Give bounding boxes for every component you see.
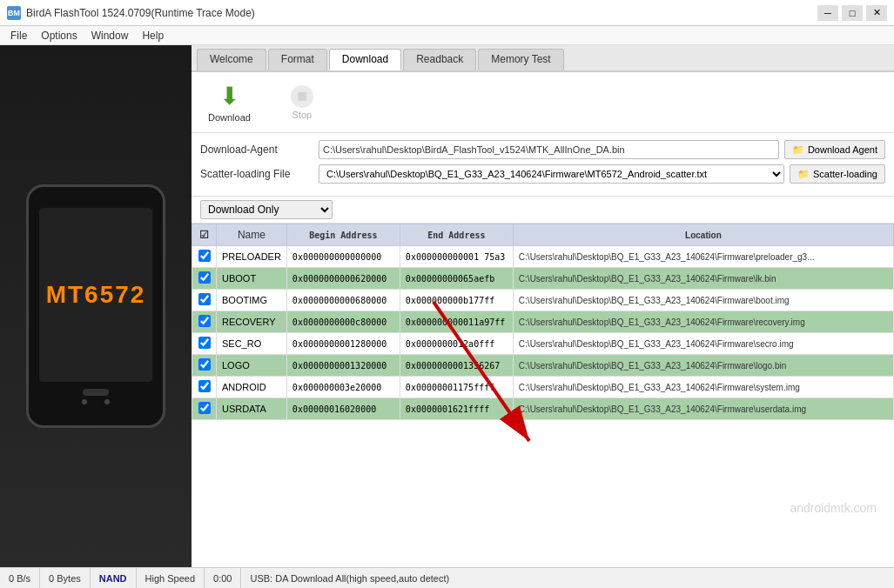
status-connection: USB: DA Download All(high speed,auto det… bbox=[241, 568, 894, 588]
row-begin-3: 0x0000000000c80000 bbox=[286, 311, 400, 333]
scatter-select[interactable]: C:\Users\rahul\Desktop\BQ_E1_G33_A23_140… bbox=[319, 164, 784, 184]
mode-dropdown-row: Download Only Firmware Upgrade Format Al… bbox=[192, 197, 894, 224]
download-agent-row: Download-Agent 📁 Download Agent bbox=[200, 140, 885, 159]
title-bar-left: BM BirdA FlashTool 1524.0709(Runtime Tra… bbox=[7, 6, 255, 20]
scatter-btn-label: Scatter-loading bbox=[813, 169, 877, 179]
row-begin-1: 0x0000000000620000 bbox=[286, 268, 400, 290]
row-check-0[interactable] bbox=[192, 246, 217, 268]
close-button[interactable]: ✕ bbox=[866, 5, 887, 21]
scatter-folder-icon: 📁 bbox=[797, 169, 810, 180]
menu-help[interactable]: Help bbox=[135, 28, 171, 43]
status-speed: 0 B/s bbox=[0, 568, 40, 588]
tab-format[interactable]: Format bbox=[268, 49, 327, 70]
row-end-1: 0x00000000065aefb bbox=[400, 268, 513, 290]
row-name-6: ANDROID bbox=[217, 377, 287, 398]
row-name-1: UBOOT bbox=[217, 268, 287, 290]
table-row: RECOVERY 0x0000000000c80000 0x0000000000… bbox=[192, 311, 894, 333]
menu-file[interactable]: File bbox=[3, 28, 34, 43]
stop-inner-icon bbox=[298, 92, 306, 101]
phone-bottom-buttons bbox=[82, 399, 110, 404]
phone-screen: MT6572 bbox=[39, 208, 152, 382]
table-row: LOGO 0x0000000001320000 0x00000000013562… bbox=[192, 355, 894, 377]
checkbox-2[interactable] bbox=[198, 293, 211, 305]
table-header-row: ☑ Name Begin Address End Address Locatio… bbox=[192, 224, 894, 246]
status-bar: 0 B/s 0 Bytes NAND High Speed 0:00 USB: … bbox=[0, 567, 894, 588]
row-check-3[interactable] bbox=[192, 311, 217, 333]
row-name-7: USRDATA bbox=[217, 398, 287, 420]
minimize-button[interactable]: ─ bbox=[817, 5, 838, 21]
download-agent-input[interactable] bbox=[319, 140, 779, 159]
menu-window[interactable]: Window bbox=[84, 28, 136, 43]
row-end-3: 0x000000000011a97ff bbox=[400, 311, 513, 333]
window-title: BirdA FlashTool 1524.0709(Runtime Trace … bbox=[26, 7, 255, 19]
row-check-6[interactable] bbox=[192, 377, 217, 398]
tab-welcome[interactable]: Welcome bbox=[197, 49, 266, 70]
row-end-0: 0x000000000001 75a3 bbox=[400, 246, 513, 268]
row-end-4: 0x0000000012a0fff bbox=[400, 333, 513, 355]
folder-icon: 📁 bbox=[792, 144, 804, 156]
menu-bar: File Options Window Help bbox=[0, 26, 894, 45]
row-check-2[interactable] bbox=[192, 290, 217, 311]
checkbox-7[interactable] bbox=[198, 402, 211, 414]
firmware-table: ☑ Name Begin Address End Address Locatio… bbox=[192, 224, 894, 420]
row-location-7: C:\Users\rahul\Desktop\BQ_E1_G33_A23_140… bbox=[513, 398, 893, 420]
row-end-2: 0x000000000b177ff bbox=[400, 290, 513, 311]
status-bytes: 0 Bytes bbox=[40, 568, 91, 588]
download-label: Download bbox=[208, 112, 251, 123]
checkbox-3[interactable] bbox=[198, 315, 211, 327]
checkbox-5[interactable] bbox=[198, 358, 211, 371]
row-begin-5: 0x0000000001320000 bbox=[286, 355, 400, 377]
app-icon: BM bbox=[7, 6, 21, 20]
row-location-0: C:\Users\rahul\Desktop\BQ_E1_G33_A23_140… bbox=[513, 246, 893, 268]
tab-bar: Welcome Format Download Readback Memory … bbox=[192, 45, 894, 72]
table-row: SEC_RO 0x0000000001280000 0x0000000012a0… bbox=[192, 333, 894, 355]
row-begin-4: 0x0000000001280000 bbox=[286, 333, 400, 355]
stop-circle-icon bbox=[291, 85, 313, 108]
row-location-6: C:\Users\rahul\Desktop\BQ_E1_G33_A23_140… bbox=[513, 377, 893, 398]
row-name-5: LOGO bbox=[217, 355, 287, 377]
row-begin-2: 0x0000000000680000 bbox=[286, 290, 400, 311]
row-check-5[interactable] bbox=[192, 355, 217, 377]
checkbox-6[interactable] bbox=[198, 380, 211, 392]
scatter-loading-button[interactable]: 📁 Scatter-loading bbox=[790, 164, 885, 184]
menu-options[interactable]: Options bbox=[34, 28, 84, 43]
row-location-2: C:\Users\rahul\Desktop\BQ_E1_G33_A23_140… bbox=[513, 290, 893, 311]
main-layout: MT6572 Welcome Format Download Readback … bbox=[0, 45, 894, 567]
row-name-0: PRELOADER bbox=[217, 246, 287, 268]
scatter-loading-row: Scatter-loading File C:\Users\rahul\Desk… bbox=[200, 164, 885, 184]
row-check-4[interactable] bbox=[192, 333, 217, 355]
download-arrow-icon: ⬇ bbox=[219, 82, 239, 110]
row-end-7: 0x0000001621ffff bbox=[400, 398, 513, 420]
toolbar: ⬇ Download Stop bbox=[192, 72, 894, 133]
checkbox-4[interactable] bbox=[198, 337, 211, 349]
col-header-name: Name bbox=[217, 224, 287, 246]
row-name-4: SEC_RO bbox=[217, 333, 287, 355]
checkbox-1[interactable] bbox=[198, 271, 211, 284]
status-mode: High Speed bbox=[137, 568, 205, 588]
download-button[interactable]: ⬇ Download bbox=[200, 77, 259, 127]
content-panel: Welcome Format Download Readback Memory … bbox=[192, 45, 894, 567]
mode-select[interactable]: Download Only Firmware Upgrade Format Al… bbox=[200, 200, 333, 219]
maximize-button[interactable]: □ bbox=[842, 5, 863, 21]
row-end-6: 0x00000001175ffff bbox=[400, 377, 513, 398]
checkbox-0[interactable] bbox=[198, 250, 211, 262]
col-header-location: Location bbox=[513, 224, 893, 246]
download-agent-button[interactable]: 📁 Download Agent bbox=[784, 140, 885, 159]
phone-menu-button bbox=[104, 399, 110, 404]
stop-button[interactable]: Stop bbox=[276, 81, 328, 124]
row-name-2: BOOTIMG bbox=[217, 290, 287, 311]
row-check-7[interactable] bbox=[192, 398, 217, 420]
row-location-5: C:\Users\rahul\Desktop\BQ_E1_G33_A23_140… bbox=[513, 355, 893, 377]
tab-download[interactable]: Download bbox=[329, 49, 401, 70]
row-begin-6: 0x000000003e20000 bbox=[286, 377, 400, 398]
tab-readback[interactable]: Readback bbox=[403, 49, 476, 70]
table-row: ANDROID 0x000000003e20000 0x00000001175f… bbox=[192, 377, 894, 398]
row-begin-0: 0x000000000000000 bbox=[286, 246, 400, 268]
row-check-1[interactable] bbox=[192, 268, 217, 290]
form-area: Download-Agent 📁 Download Agent Scatter-… bbox=[192, 133, 894, 197]
tab-memory-test[interactable]: Memory Test bbox=[478, 49, 563, 70]
content-wrapper: Welcome Format Download Readback Memory … bbox=[192, 45, 894, 567]
phone-home-button bbox=[83, 389, 109, 396]
status-storage: NAND bbox=[91, 568, 137, 588]
col-header-begin: Begin Address bbox=[286, 224, 400, 246]
